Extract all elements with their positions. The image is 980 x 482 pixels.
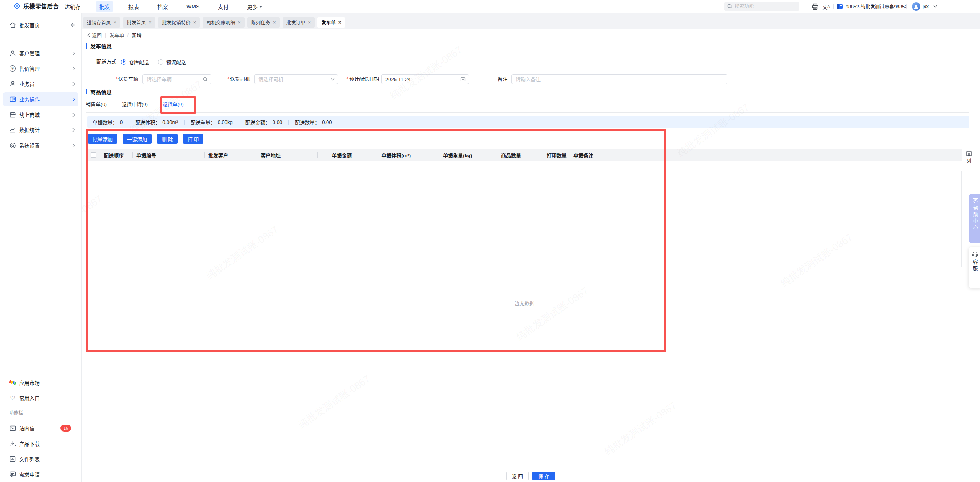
divider [906, 4, 907, 9]
line-chart-icon [9, 126, 16, 133]
table-toolbar: 批量添加 一键添加 删 除 打 印 [88, 134, 203, 144]
column-settings-button[interactable]: 列 [963, 151, 975, 164]
store-icon [837, 3, 843, 10]
sidebar-item-statistics[interactable]: 数据统计 [0, 122, 82, 137]
chevron-down-icon[interactable] [933, 5, 937, 8]
sidebar-item-app-market[interactable]: 应用市场 [0, 375, 82, 390]
return-button[interactable]: 返 回 [506, 472, 529, 480]
sidebar-item-file-list[interactable]: 文件列表 [0, 452, 82, 466]
tab-inventory-home[interactable]: 进销存首页× [83, 17, 120, 28]
download-icon [9, 440, 16, 447]
delete-button[interactable]: 删 除 [157, 134, 178, 144]
expected-date-input[interactable] [382, 77, 469, 82]
global-search[interactable] [724, 2, 799, 11]
empty-state-text: 暂无数据 [494, 299, 555, 306]
chevron-right-icon [72, 67, 75, 71]
divider [86, 112, 969, 113]
search-icon[interactable] [203, 77, 208, 82]
tab-wholesale-order[interactable]: 批发订单× [283, 17, 315, 28]
person-icon [9, 50, 16, 57]
driver-select[interactable] [254, 74, 338, 84]
sidebar-item-business-ops[interactable]: 业务操作 [0, 92, 82, 106]
sidebar-item-customer-mgmt[interactable]: 客户管理 [0, 46, 82, 60]
search-icon [727, 4, 732, 9]
sidebar-item-price-mgmt[interactable]: ¥ 售价管理 [0, 61, 82, 76]
close-icon[interactable]: × [238, 20, 241, 25]
close-icon[interactable]: × [338, 20, 341, 25]
yen-circle-icon: ¥ [9, 65, 16, 72]
printer-icon[interactable] [811, 3, 819, 10]
translate-icon[interactable]: 文A [822, 3, 830, 10]
menu-item-wholesale[interactable]: 批发 [96, 1, 113, 12]
app-title: 乐檬零售后台 [23, 2, 59, 10]
home-icon [9, 21, 16, 28]
remark-field [511, 74, 727, 84]
collapse-sidebar-icon[interactable] [69, 23, 75, 28]
breadcrumb-parent[interactable]: 发车单 [109, 31, 124, 39]
menu-item-inventory[interactable]: 进销存 [61, 1, 84, 12]
main-content [82, 29, 980, 470]
account-switcher[interactable]: 98852-纯批发测试账套98852-... [837, 0, 906, 13]
one-click-add-button[interactable]: 一键添加 [122, 134, 152, 144]
sidebar-item-product-download[interactable]: 产品下载 [0, 436, 82, 451]
tab-return-orders[interactable]: 退货单(0) [163, 100, 184, 113]
tab-promo-price[interactable]: 批发促销特价× [158, 17, 200, 28]
divider [961, 171, 962, 267]
comment-icon [9, 471, 16, 478]
vehicle-field [142, 74, 211, 84]
tab-driver-settlement[interactable]: 司机交账明细× [203, 17, 245, 28]
remark-input[interactable] [512, 77, 727, 82]
sidebar-item-request[interactable]: 需求申请 [0, 467, 82, 482]
username[interactable]: jxx [923, 3, 929, 9]
footer-action-bar: 返 回 保 存 [82, 470, 980, 482]
stat-delivery-volume: 配送体积：0.00m³ [135, 119, 178, 126]
tab-wholesale-home[interactable]: 批发首页× [123, 17, 155, 28]
radio-warehouse-delivery[interactable]: 仓库配送 [121, 58, 149, 65]
menu-item-payment[interactable]: 支付 [214, 1, 232, 12]
close-icon[interactable]: × [114, 20, 117, 25]
sidebar-item-system-settings[interactable]: 系统设置 [0, 138, 82, 153]
vehicle-input[interactable] [143, 77, 211, 82]
help-center-button[interactable]: 帮助中心 [969, 194, 980, 243]
close-icon[interactable]: × [193, 20, 196, 25]
sidebar-item-salesman[interactable]: 业务员 [0, 77, 82, 91]
stat-delivery-weight: 配送重量：0.00kg [191, 119, 233, 126]
menu-item-reports[interactable]: 报表 [125, 1, 142, 12]
mail-icon [9, 425, 16, 432]
radio-logistics-delivery[interactable]: 物流配送 [158, 58, 186, 65]
close-icon[interactable]: × [308, 20, 311, 25]
avatar[interactable] [912, 2, 920, 11]
heart-icon: ♡ [9, 394, 16, 401]
menu-item-more[interactable]: 更多 [243, 1, 266, 12]
sidebar-item-favorites[interactable]: ♡ 常用入口 [0, 391, 82, 405]
select-all-checkbox[interactable] [91, 152, 96, 158]
summary-bar: 单据数量：0 配送体积：0.00m³ 配送重量：0.00kg 配送金额：0.00… [87, 116, 969, 128]
stat-doc-count: 单据数量：0 [93, 119, 122, 126]
menu-item-wms[interactable]: WMS [183, 2, 203, 11]
col-doc-volume: 单据体积(m³) [355, 149, 414, 161]
sidebar: 批发首页 客户管理 ¥ 售价管理 业务员 业务操作 线上商城 [0, 13, 82, 482]
close-icon[interactable]: × [273, 20, 276, 25]
topbar: 乐檬零售后台 进销存 批发 报表 档案 WMS 支付 更多 文A 98852-纯… [0, 0, 980, 13]
sidebar-item-inbox[interactable]: 站内信 16 [0, 421, 82, 435]
driver-input[interactable] [255, 77, 338, 82]
tab-display-task[interactable]: 陈列任务× [247, 17, 280, 28]
sidebar-item-wholesale-home[interactable]: 批发首页 [0, 18, 82, 32]
customer-service-button[interactable]: 客服 [969, 247, 980, 288]
print-button[interactable]: 打 印 [183, 134, 204, 144]
search-input[interactable] [735, 4, 792, 9]
batch-add-button[interactable]: 批量添加 [88, 134, 117, 144]
expected-date-field[interactable] [381, 74, 469, 84]
breadcrumb: 返回 | 发车单 / 新增 [87, 31, 142, 39]
chevron-right-icon [72, 143, 75, 148]
tab-return-requests[interactable]: 退货申请(0) [122, 100, 148, 113]
menu-item-archives[interactable]: 档案 [154, 1, 172, 12]
close-icon[interactable]: × [149, 20, 152, 25]
tab-dispatch-note[interactable]: 发车单× [317, 17, 345, 28]
back-link[interactable]: 返回 [87, 31, 102, 39]
calendar-icon[interactable] [460, 77, 466, 82]
save-button[interactable]: 保 存 [532, 472, 555, 480]
tab-sales-orders[interactable]: 销售单(0) [86, 100, 107, 113]
goods-tabs: 销售单(0) 退货申请(0) 退货单(0) [86, 100, 184, 113]
sidebar-item-online-mall[interactable]: 线上商城 [0, 107, 82, 122]
